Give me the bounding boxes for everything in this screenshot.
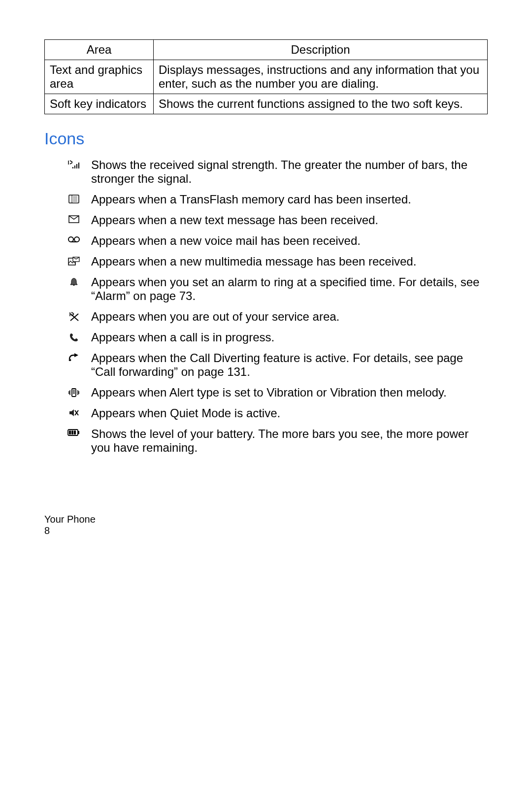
area-description-table: Area Description Text and graphics area … (44, 39, 488, 114)
table-header-area: Area (45, 40, 154, 60)
svg-rect-29 (78, 431, 79, 434)
svg-point-11 (74, 237, 79, 242)
voicemail-icon (64, 234, 84, 243)
memory-card-icon (64, 193, 84, 203)
call-in-progress-icon (64, 331, 84, 342)
svg-rect-21 (73, 390, 75, 394)
list-item: Shows the level of your battery. The mor… (64, 427, 488, 455)
battery-icon (64, 427, 84, 436)
icon-description: Appears when you are out of your service… (84, 310, 488, 324)
list-item: Appears when Alert type is set to Vibrat… (64, 386, 488, 399)
alarm-icon (64, 275, 84, 286)
mms-icon (64, 255, 84, 266)
list-item: Appears when Quiet Mode is active. (64, 406, 488, 420)
icon-description: Appears when a call is in progress. (84, 331, 488, 344)
icon-description: Appears when Alert type is set to Vibrat… (84, 386, 488, 399)
list-item: Shows the received signal strength. The … (64, 158, 488, 186)
text-message-icon (64, 213, 84, 223)
icon-description-list: Shows the received signal strength. The … (64, 158, 488, 455)
table-cell-area: Soft key indicators (45, 94, 154, 114)
icon-description: Appears when a TransFlash memory card ha… (84, 193, 488, 206)
table-cell-desc: Displays messages, instructions and any … (154, 60, 488, 94)
svg-rect-2 (76, 164, 77, 168)
signal-strength-icon (64, 158, 84, 169)
list-item: Appears when a new text message has been… (64, 213, 488, 227)
svg-rect-3 (78, 163, 79, 168)
table-cell-desc: Shows the current functions assigned to … (154, 94, 488, 114)
icon-description: Appears when the Call Diverting feature … (84, 351, 488, 379)
quiet-mode-icon (64, 406, 84, 417)
icon-description: Appears when you set an alarm to ring at… (84, 275, 488, 303)
footer-page-number: 8 (44, 525, 488, 536)
vibration-icon (64, 386, 84, 398)
table-cell-area: Text and graphics area (45, 60, 154, 94)
icon-description: Appears when Quiet Mode is active. (84, 406, 488, 420)
list-item: Appears when a TransFlash memory card ha… (64, 193, 488, 206)
list-item: Appears when a new multimedia message ha… (64, 255, 488, 268)
icon-description: Appears when a new voice mail has been r… (84, 234, 488, 248)
svg-point-10 (68, 237, 73, 242)
svg-rect-1 (74, 166, 75, 168)
list-item: Appears when a call is in progress. (64, 331, 488, 344)
svg-rect-31 (71, 431, 73, 434)
table-header-description: Description (154, 40, 488, 60)
svg-rect-16 (73, 285, 75, 286)
footer-section-name: Your Phone (44, 514, 488, 525)
table-row: Text and graphics area Displays messages… (45, 60, 488, 94)
icon-description: Appears when a new text message has been… (84, 213, 488, 227)
list-item: Appears when a new voice mail has been r… (64, 234, 488, 248)
section-heading-icons: Icons (44, 129, 488, 148)
call-diverting-icon (64, 351, 84, 362)
page-footer: Your Phone 8 (44, 514, 488, 536)
svg-rect-0 (72, 167, 73, 168)
list-item: Appears when you are out of your service… (64, 310, 488, 324)
icon-description: Appears when a new multimedia message ha… (84, 255, 488, 268)
table-row: Soft key indicators Shows the current fu… (45, 94, 488, 114)
list-item: Appears when you set an alarm to ring at… (64, 275, 488, 303)
icon-description: Shows the level of your battery. The mor… (84, 427, 488, 455)
list-item: Appears when the Call Diverting feature … (64, 351, 488, 379)
no-service-icon (64, 310, 84, 322)
svg-rect-32 (74, 431, 76, 434)
svg-point-19 (69, 359, 71, 361)
icon-description: Shows the received signal strength. The … (84, 158, 488, 186)
svg-rect-30 (69, 431, 71, 434)
